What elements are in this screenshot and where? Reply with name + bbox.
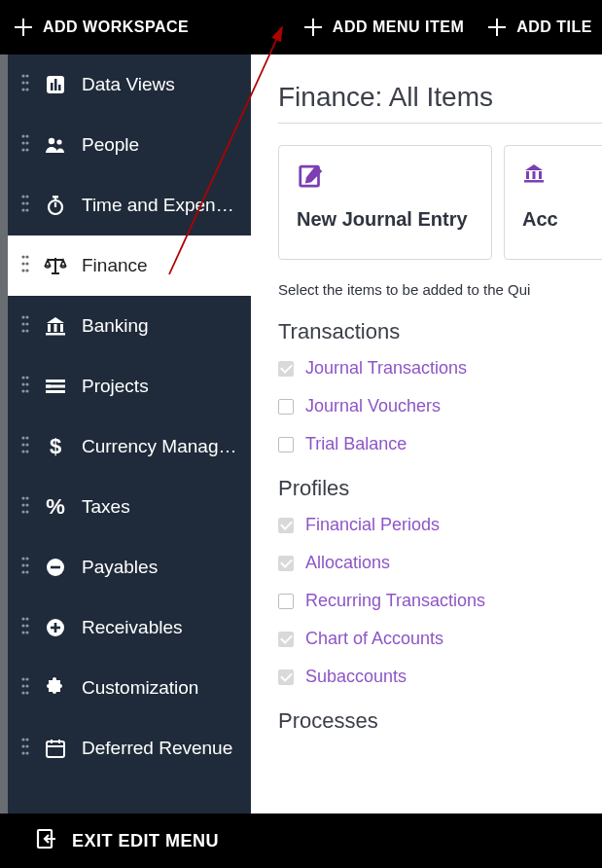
tile-new-journal-entry[interactable]: New Journal Entry (278, 145, 492, 260)
svg-point-23 (21, 208, 24, 211)
sidebar-item-data-views[interactable]: Data Views (8, 54, 251, 115)
svg-point-83 (21, 617, 24, 620)
svg-text:$: $ (50, 435, 61, 458)
drag-handle-icon[interactable] (21, 375, 29, 399)
stopwatch-icon (43, 194, 68, 217)
drag-handle-icon[interactable] (21, 73, 29, 97)
svg-point-96 (21, 691, 24, 694)
svg-point-87 (21, 631, 24, 633)
svg-point-5 (21, 88, 24, 90)
svg-point-63 (21, 443, 24, 446)
svg-point-13 (21, 141, 24, 144)
bank-icon (522, 162, 602, 197)
checkbox[interactable] (278, 399, 294, 415)
sidebar-item-currency-manage-[interactable]: $Currency Manage... (8, 416, 251, 477)
svg-point-12 (25, 134, 28, 137)
quick-menu-option[interactable]: Financial Periods (278, 515, 602, 535)
svg-point-24 (25, 208, 28, 211)
drag-handle-icon[interactable] (21, 435, 29, 459)
svg-point-42 (21, 329, 24, 332)
checkbox[interactable] (278, 669, 294, 685)
svg-point-61 (21, 436, 24, 439)
sidebar-item-people[interactable]: People (8, 115, 251, 175)
sidebar-item-finance[interactable]: Finance (8, 235, 251, 296)
minus-circle-icon (43, 556, 68, 579)
sidebar-item-label: Time and Expenses (82, 195, 237, 216)
option-label: Recurring Transactions (305, 591, 485, 611)
plus-icon (14, 18, 33, 37)
sidebar-item-banking[interactable]: Banking (8, 296, 251, 356)
checkbox[interactable] (278, 556, 294, 571)
option-label: Journal Transactions (305, 358, 467, 379)
sidebar-item-payables[interactable]: Payables (8, 537, 251, 597)
add-workspace-button[interactable]: ADD WORKSPACE (0, 0, 198, 54)
sidebar-item-label: Taxes (82, 496, 130, 518)
option-label: Financial Periods (305, 515, 440, 535)
drag-handle-icon[interactable] (21, 556, 29, 580)
svg-point-17 (49, 138, 54, 144)
drag-handle-icon[interactable] (21, 737, 29, 761)
section-header: Profiles (278, 476, 602, 501)
people-icon (43, 133, 68, 157)
tile-label: New Journal Entry (297, 208, 474, 231)
checkbox[interactable] (278, 361, 294, 377)
drag-handle-icon[interactable] (21, 314, 29, 339)
svg-point-40 (21, 322, 24, 325)
drag-handle-icon[interactable] (21, 194, 29, 218)
dollar-icon: $ (43, 435, 68, 458)
drag-handle-icon[interactable] (21, 133, 29, 158)
svg-rect-44 (48, 324, 51, 332)
svg-rect-104 (47, 741, 64, 757)
sidebar-item-label: Payables (82, 557, 158, 578)
svg-point-99 (25, 738, 28, 741)
quick-menu-option[interactable]: Allocations (278, 553, 602, 573)
quick-menu-option[interactable]: Recurring Transactions (278, 591, 602, 611)
sidebar-item-taxes[interactable]: %Taxes (8, 477, 251, 537)
sidebar-item-time-and-expenses[interactable]: Time and Expenses (8, 175, 251, 235)
sidebar-item-label: Currency Manage... (82, 436, 237, 457)
svg-point-1 (21, 74, 24, 77)
add-tile-button[interactable]: ADD TILE (474, 0, 602, 54)
sidebar-item-label: Projects (82, 376, 149, 397)
add-workspace-label: ADD WORKSPACE (43, 18, 189, 36)
drag-handle-icon[interactable] (21, 495, 29, 520)
svg-point-85 (21, 624, 24, 627)
checkbox[interactable] (278, 594, 294, 609)
checkbox[interactable] (278, 518, 294, 533)
sidebar-item-customization[interactable]: Customization (8, 658, 251, 718)
option-label: Allocations (305, 553, 390, 573)
quick-menu-option[interactable]: Journal Transactions (278, 358, 602, 379)
svg-point-52 (21, 389, 24, 392)
svg-point-72 (21, 510, 24, 513)
puzzle-icon (43, 676, 68, 700)
instruction-text: Select the items to be added to the Qui (278, 281, 602, 298)
exit-edit-menu-button[interactable]: EXIT EDIT MENU (0, 814, 602, 868)
sidebar-item-receivables[interactable]: Receivables (8, 597, 251, 658)
plus-icon (487, 18, 507, 37)
drag-handle-icon[interactable] (21, 676, 29, 701)
svg-rect-58 (46, 380, 51, 382)
drag-handle-icon[interactable] (21, 616, 29, 640)
svg-rect-59 (46, 385, 51, 388)
svg-point-43 (25, 329, 28, 332)
svg-point-80 (25, 570, 28, 573)
scales-icon (43, 254, 68, 277)
sidebar-item-label: Receivables (82, 617, 183, 638)
checkbox[interactable] (278, 437, 294, 452)
quick-menu-option[interactable]: Journal Vouchers (278, 396, 602, 416)
quick-menu-option[interactable]: Subaccounts (278, 667, 602, 687)
svg-point-19 (21, 195, 24, 198)
quick-menu-option[interactable]: Chart of Accounts (278, 629, 602, 649)
svg-point-39 (25, 315, 28, 318)
quick-menu-option[interactable]: Trial Balance (278, 434, 602, 454)
tile-acc[interactable]: Acc (504, 145, 602, 260)
checkbox[interactable] (278, 632, 294, 647)
svg-rect-60 (46, 390, 51, 393)
svg-point-84 (25, 617, 28, 620)
sidebar-item-deferred-revenue[interactable]: Deferred Revenue (8, 718, 251, 778)
svg-rect-10 (58, 85, 61, 90)
drag-handle-icon[interactable] (21, 254, 29, 278)
svg-point-18 (56, 139, 61, 144)
sidebar-item-projects[interactable]: Projects (8, 356, 251, 416)
add-menu-item-button[interactable]: ADD MENU ITEM (290, 0, 474, 54)
